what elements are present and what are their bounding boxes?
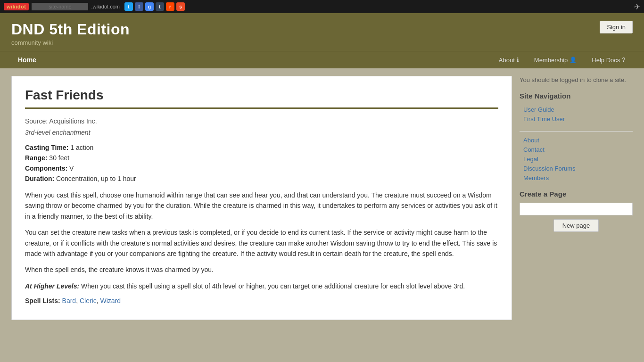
membership-icon: 👤 — [570, 57, 577, 63]
casting-time-value: 1 action — [70, 144, 93, 151]
plane-icon[interactable]: ✈ — [634, 2, 640, 11]
nav-about[interactable]: About ℹ — [491, 52, 527, 68]
higher-levels-paragraph: At Higher Levels: When you cast this spe… — [25, 281, 498, 291]
reddit-icon[interactable]: r — [166, 2, 174, 11]
tumblr-icon[interactable]: t — [156, 2, 164, 11]
casting-time-prop: Casting Time: 1 action — [25, 144, 498, 151]
create-page-section: Create a Page New page — [520, 190, 633, 232]
site-subtitle: community wiki — [11, 39, 633, 51]
components-prop: Components: V — [25, 165, 498, 172]
spell-list-wizard[interactable]: Wizard — [100, 297, 121, 304]
list-item: Members — [520, 173, 633, 182]
range-prop: Range: 30 feet — [25, 154, 498, 162]
components-label: Components: — [25, 165, 67, 172]
duration-prop: Duration: Concentration, up to 1 hour — [25, 175, 498, 182]
nav-membership[interactable]: Membership 👤 — [527, 52, 585, 68]
new-page-input[interactable] — [520, 203, 633, 215]
sidebar-item-about[interactable]: About — [520, 137, 539, 144]
content-area: Fast Friends Source: Acquisitions Inc. 3… — [11, 76, 512, 320]
login-notice: You should be logged in to clone a site. — [520, 76, 633, 84]
desc-paragraph-3: When the spell ends, the creature knows … — [25, 264, 498, 275]
page-title: Fast Friends — [25, 88, 498, 109]
facebook-icon[interactable]: f — [135, 2, 143, 11]
spell-lists: Spell Lists: Bard, Cleric, Wizard — [25, 297, 498, 304]
components-value: V — [69, 165, 74, 172]
desc-paragraph-2: You can set the creature new tasks when … — [25, 227, 498, 259]
spell-list-bard[interactable]: Bard — [62, 297, 76, 304]
list-item: Contact — [520, 145, 633, 154]
list-item: Discussion Forums — [520, 164, 633, 173]
wiki-text: wiki — [7, 4, 17, 9]
twitter-icon[interactable]: t — [124, 2, 133, 11]
list-item: About — [520, 135, 633, 145]
range-value: 30 feet — [49, 154, 69, 162]
sidebar-item-user-guide[interactable]: User Guide — [520, 106, 554, 113]
sidebar-item-discussion-forums[interactable]: Discussion Forums — [520, 165, 576, 172]
sidebar-nav-group1: User Guide First Time User — [520, 105, 633, 123]
duration-value: Concentration, up to 1 hour — [56, 175, 136, 182]
list-item: User Guide — [520, 105, 633, 114]
site-name-input[interactable] — [32, 3, 88, 10]
sidebar-item-members[interactable]: Members — [520, 174, 549, 181]
sidebar-item-legal[interactable]: Legal — [520, 156, 538, 163]
nav-home[interactable]: Home — [11, 51, 43, 68]
wikidot-domain: .wikidot.com — [91, 4, 120, 9]
about-icon: ℹ — [517, 57, 519, 63]
help-icon: ? — [622, 57, 625, 63]
sign-in-button[interactable]: Sign in — [600, 21, 633, 33]
spell-list-cleric[interactable]: Cleric — [80, 297, 97, 304]
higher-levels-text: When you cast this spell using a spell s… — [81, 282, 465, 290]
sidebar-divider — [520, 131, 633, 132]
list-item: Legal — [520, 154, 633, 164]
spell-description: When you cast this spell, choose one hum… — [25, 190, 498, 291]
main-container: Fast Friends Source: Acquisitions Inc. 3… — [0, 68, 644, 328]
sidebar: You should be logged in to clone a site.… — [520, 76, 633, 320]
duration-label: Duration: — [25, 175, 54, 182]
stumble-icon[interactable]: s — [176, 2, 185, 11]
google-icon[interactable]: g — [145, 2, 154, 11]
nav-help-docs[interactable]: Help Docs ? — [584, 52, 633, 68]
casting-time-label: Casting Time: — [25, 144, 68, 151]
create-page-title: Create a Page — [520, 190, 633, 198]
source-line: Source: Acquisitions Inc. — [25, 117, 498, 125]
sidebar-nav-group2: About Contact Legal Discussion Forums Me… — [520, 135, 633, 182]
new-page-button[interactable]: New page — [553, 219, 599, 232]
site-nav-title: Site Navigation — [520, 92, 633, 100]
higher-levels-label: At Higher Levels: — [25, 282, 79, 290]
social-icons: t f g t r s — [124, 2, 185, 11]
topbar: wikidot .wikidot.com t f g t r s ✈ — [0, 0, 644, 13]
header: Sign in DND 5th Edition community wiki — [0, 13, 644, 51]
range-label: Range: — [25, 154, 47, 162]
navbar: Home About ℹ Membership 👤 Help Docs ? — [0, 51, 644, 68]
spell-lists-label: Spell Lists: — [25, 297, 60, 304]
desc-paragraph-1: When you cast this spell, choose one hum… — [25, 190, 498, 222]
list-item: First Time User — [520, 114, 633, 123]
spell-level: 3rd-level enchantment — [25, 129, 498, 136]
wikidot-logo[interactable]: wikidot — [4, 3, 29, 10]
sidebar-item-first-time-user[interactable]: First Time User — [520, 115, 565, 123]
navbar-right: About ℹ Membership 👤 Help Docs ? — [491, 52, 633, 68]
site-title: DND 5th Edition — [11, 21, 633, 38]
sidebar-item-contact[interactable]: Contact — [520, 146, 545, 153]
dot-text: dot — [17, 4, 26, 9]
